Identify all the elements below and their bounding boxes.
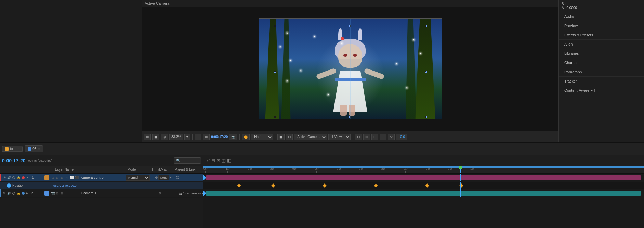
col-header-parent: Parent & Link xyxy=(175,168,203,172)
right-menu-content-aware[interactable]: Content-Aware Fill xyxy=(559,86,644,95)
camera-snap[interactable]: 📷 xyxy=(229,134,237,140)
layer-expand-1[interactable]: ▼ xyxy=(26,176,29,179)
layer-thumb-2 xyxy=(44,191,49,196)
keyframe-diamond-1[interactable] xyxy=(237,183,241,187)
layer-mode-1[interactable]: Normal xyxy=(126,175,150,181)
right-menu-align[interactable]: Align xyxy=(559,40,644,49)
timeline-tracks: 06f 11f 16f 21f 01f xyxy=(203,166,644,228)
viewer-label: Active Camera xyxy=(142,0,558,7)
layer-audio-1[interactable]: 🔊 xyxy=(7,176,11,180)
layer-color-chip-2[interactable] xyxy=(21,191,25,195)
time-display[interactable]: 0:00:17:20 xyxy=(211,135,228,139)
layer-visibility-1[interactable]: 👁 xyxy=(2,176,6,180)
right-menu-paragraph[interactable]: Paragraph xyxy=(559,67,644,77)
comp-tab-05[interactable]: 05 ≡ xyxy=(25,145,43,152)
graph-btn[interactable]: ◫ xyxy=(221,158,226,163)
divider-4 xyxy=(353,134,353,140)
color-picker[interactable]: ⬤ xyxy=(242,134,250,140)
layer-lock-1[interactable]: 🔒 xyxy=(16,176,21,180)
layout-btn-1[interactable]: ⊡ xyxy=(355,134,362,140)
sublayer-row-position: Position 960.0 ,540.0 ,0.0 xyxy=(0,182,203,189)
switch-2a[interactable]: ⊡ xyxy=(55,191,60,195)
right-menu-libraries[interactable]: Libraries xyxy=(559,49,644,58)
spiral-icon-2: ⊙ xyxy=(158,191,161,195)
right-menu-tracker[interactable]: Tracker xyxy=(559,77,644,86)
source-panel xyxy=(0,0,142,142)
cam-icon-2: 📷 xyxy=(51,191,55,195)
zoom-display[interactable]: 33.3% xyxy=(169,134,183,140)
layer-solo-2[interactable] xyxy=(12,191,16,195)
view-select[interactable]: 1 View 2 Views xyxy=(328,134,351,140)
keyframe-diamond-4[interactable] xyxy=(374,183,378,187)
comp-tab-05-label: 05 xyxy=(32,147,36,151)
divider-1 xyxy=(192,134,193,140)
layer-lock-2[interactable]: 🔒 xyxy=(16,191,21,195)
transparency-btn[interactable]: ⊡ xyxy=(286,134,293,140)
playhead-ruler xyxy=(460,166,461,173)
switch-adj-1[interactable]: ⬜ xyxy=(70,176,74,180)
zoom-dropdown[interactable]: ▾ xyxy=(184,134,190,140)
region-btn[interactable]: ▣ xyxy=(277,134,285,140)
safe-margins[interactable]: ⊞ xyxy=(203,134,210,140)
viewer-tool-2[interactable]: ▣ xyxy=(152,134,159,140)
hamburger-icon[interactable]: ≡ xyxy=(38,147,40,151)
ripple-btn[interactable]: ⇄ xyxy=(206,158,211,163)
layer-row-1[interactable]: 👁 🔊 🔒 ▼ 1 fx ⊡ ⊟ ◎ xyxy=(0,174,203,182)
layer-visibility-2[interactable]: 👁 xyxy=(2,191,6,195)
layer-search[interactable] xyxy=(174,157,201,164)
layout-btn-4[interactable]: ⊡ xyxy=(380,134,386,140)
switch-motion-1[interactable]: ◎ xyxy=(65,176,69,180)
switch-2b[interactable]: ⊟ xyxy=(60,191,64,195)
timeline-ruler: 06f 11f 16f 21f 01f xyxy=(203,166,644,174)
playhead-track-1 xyxy=(460,174,461,181)
timeline-header: total × 05 ≡ xyxy=(0,143,644,155)
tick-06f-3: 06f xyxy=(426,167,430,173)
layer-num-2: 2 xyxy=(29,191,36,195)
layer-audio-2[interactable]: 🔊 xyxy=(7,191,11,195)
right-menu-preview[interactable]: Preview xyxy=(559,21,644,30)
layout-btn-3[interactable]: ⊟ xyxy=(371,134,378,140)
tick-11f-2: 11f xyxy=(337,167,341,173)
comp-tab-total[interactable]: total × xyxy=(2,146,23,152)
right-menu-audio[interactable]: Audio xyxy=(559,12,644,21)
switch-blend-1[interactable]: ⊡ xyxy=(55,176,60,180)
sublayer-value-position: 960.0 ,540.0 ,0.0 xyxy=(53,184,77,187)
layer-solo-1[interactable] xyxy=(12,176,16,180)
render-btn[interactable]: ◧ xyxy=(226,158,232,163)
layer-expand-2[interactable]: ▶ xyxy=(26,192,28,195)
switch-3d-1[interactable]: ⊟ xyxy=(60,176,64,180)
keyframe-diamond-5[interactable] xyxy=(425,183,429,187)
snap-btn[interactable]: ⊞ xyxy=(211,158,216,163)
track-bar-1[interactable] xyxy=(206,175,641,180)
tick-21f-2: 21f xyxy=(381,167,385,173)
keyframe-diamond-2[interactable] xyxy=(271,183,275,187)
layer-trkmat-2: ⊙ xyxy=(158,191,179,195)
right-menu-effects-presets[interactable]: Effects & Presets xyxy=(559,30,644,40)
refresh-btn[interactable]: ↻ xyxy=(388,134,395,140)
comp-tab-close[interactable]: × xyxy=(18,147,19,151)
chain-icon-1: ⛓ xyxy=(175,176,179,179)
viewer-tool-1[interactable]: ⊞ xyxy=(144,134,151,140)
layer-parent-1: ⛓ xyxy=(175,176,203,179)
layout-btn-2[interactable]: ⊞ xyxy=(363,134,370,140)
timeline-time[interactable]: 0:00:17:20 xyxy=(2,158,26,163)
keyframe-diamond-3[interactable] xyxy=(323,183,326,187)
composition-preview[interactable] xyxy=(259,18,442,119)
layer-color-chip-1[interactable] xyxy=(21,176,25,180)
fit-btn[interactable]: ⊡ xyxy=(195,134,201,140)
link-btn[interactable]: ⊡ xyxy=(216,158,221,163)
chain-icon-2: ⛓ xyxy=(179,191,182,195)
playhead-track-2 xyxy=(460,189,461,197)
camera-select[interactable]: Active Camera xyxy=(294,134,327,140)
keyframe-icon xyxy=(7,183,11,188)
trkmat-chevron-1[interactable]: ▾ xyxy=(170,176,172,179)
comp-icon-orange xyxy=(5,147,9,151)
right-menu-character[interactable]: Character xyxy=(559,58,644,67)
none-badge-1[interactable]: None xyxy=(158,175,169,180)
layer-row-2[interactable]: 👁 🔊 🔒 ▶ 2 📷 ⊡ ⊟ Camera 1 xyxy=(0,189,203,198)
resolution-select[interactable]: Half Full Quarter xyxy=(251,134,273,140)
switch-cache-1[interactable]: ⬛ xyxy=(75,176,79,180)
switch-fx-1[interactable]: fx xyxy=(51,176,55,180)
track-bar-2[interactable] xyxy=(206,191,641,196)
viewer-tool-3[interactable]: ◎ xyxy=(161,134,168,140)
